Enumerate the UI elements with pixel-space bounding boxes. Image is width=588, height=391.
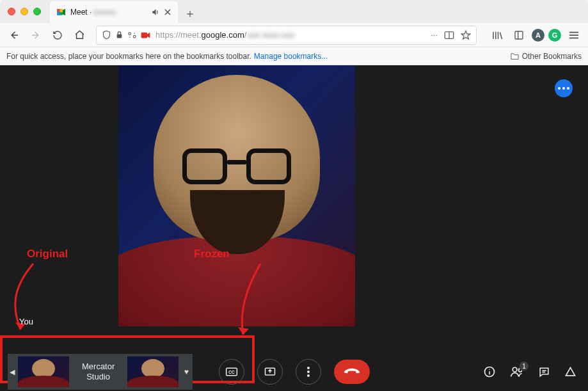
minimize-window-button[interactable]	[20, 8, 28, 15]
meet-more-options-button[interactable]	[555, 79, 573, 97]
tab-close-button[interactable]	[164, 8, 171, 16]
address-bar[interactable]: https://meet.google.com/xxx-xxxx-xxx ···	[96, 26, 477, 45]
tab-audio-icon[interactable]	[151, 8, 160, 17]
page-actions-icon[interactable]: ···	[431, 30, 438, 40]
svg-point-31	[307, 374, 310, 377]
svg-point-41	[569, 375, 571, 376]
people-panel-button[interactable]: 1	[510, 366, 524, 378]
sidebar-toggle-icon[interactable]	[510, 26, 528, 44]
self-video-label: You	[19, 317, 33, 326]
svg-point-40	[568, 375, 569, 376]
svg-marker-4	[63, 9, 65, 16]
meet-bottom-bar: ◀ Mercator Studio ♥ CC	[0, 353, 588, 391]
other-bookmarks-button[interactable]: Other Bookmarks	[510, 52, 582, 61]
svg-point-42	[572, 375, 573, 376]
zoom-window-button[interactable]	[33, 8, 41, 15]
annotation-original-label: Original	[27, 248, 68, 260]
mercator-studio-panel[interactable]: ◀ Mercator Studio ♥	[8, 354, 193, 390]
svg-point-30	[307, 371, 310, 373]
home-button[interactable]	[70, 26, 88, 44]
account-button[interactable]: A	[532, 29, 544, 42]
grammarly-extension-icon[interactable]: G	[548, 29, 561, 42]
reader-mode-icon[interactable]	[444, 31, 454, 40]
svg-marker-39	[566, 367, 575, 376]
present-screen-button[interactable]	[257, 359, 283, 385]
window-titlebar: Meet ·xxxxxx ＋	[0, 0, 588, 23]
svg-point-35	[513, 367, 517, 372]
captions-button[interactable]: CC	[219, 359, 244, 385]
chat-panel-button[interactable]	[538, 366, 550, 378]
folder-icon	[510, 52, 520, 60]
thumbnail-frozen[interactable]	[127, 356, 179, 387]
reload-button[interactable]	[49, 26, 67, 44]
library-icon[interactable]	[488, 26, 506, 44]
svg-rect-10	[141, 32, 147, 38]
svg-line-18	[500, 32, 502, 39]
new-tab-button[interactable]: ＋	[180, 4, 200, 23]
bookmarks-bar: For quick access, place your bookmarks h…	[0, 47, 588, 65]
svg-text:CC: CC	[228, 370, 235, 374]
google-meet-icon	[56, 7, 67, 17]
participant-count-badge: 1	[519, 361, 529, 371]
annotation-arrow-frozen	[232, 260, 270, 344]
url-text: https://meet.google.com/xxx-xxxx-xxx	[155, 30, 425, 40]
forward-button	[27, 26, 45, 44]
meeting-details-button[interactable]	[483, 365, 496, 378]
back-button[interactable]	[5, 26, 23, 44]
shield-icon[interactable]	[102, 30, 111, 40]
svg-point-29	[307, 367, 310, 369]
annotation-frozen-label: Frozen	[194, 248, 230, 260]
window-controls	[8, 8, 41, 15]
panel-collapse-left-icon[interactable]: ◀	[8, 354, 17, 390]
svg-marker-14	[461, 31, 470, 39]
tab-title: Meet ·xxxxxx	[70, 8, 117, 17]
leave-call-button[interactable]	[334, 360, 370, 384]
activities-panel-button[interactable]	[564, 366, 576, 378]
svg-rect-3	[57, 9, 60, 12]
meet-viewport: Original Frozen You ◀ Mercator Studio	[0, 65, 588, 391]
svg-marker-25	[238, 327, 249, 335]
camera-indicator-icon[interactable]	[141, 31, 150, 39]
close-window-button[interactable]	[8, 8, 15, 15]
browser-toolbar: https://meet.google.com/xxx-xxxx-xxx ···…	[0, 23, 588, 47]
svg-rect-19	[515, 31, 523, 39]
svg-rect-5	[117, 34, 122, 38]
svg-point-34	[489, 369, 490, 370]
bookmark-star-icon[interactable]	[461, 30, 471, 40]
app-menu-button[interactable]	[565, 26, 583, 44]
panel-favorite-icon[interactable]: ♥	[180, 354, 193, 390]
more-actions-button[interactable]	[296, 359, 321, 385]
lock-icon[interactable]	[115, 31, 123, 39]
svg-marker-11	[147, 32, 150, 38]
call-controls: CC	[219, 359, 370, 385]
other-bookmarks-label: Other Bookmarks	[522, 52, 582, 61]
svg-point-6	[129, 32, 131, 35]
browser-tab[interactable]: Meet ·xxxxxx	[50, 1, 178, 23]
manage-bookmarks-link[interactable]: Manage bookmarks...	[254, 52, 328, 61]
svg-point-7	[133, 35, 136, 38]
meet-info-panel-controls: 1	[483, 365, 576, 378]
bookmarks-hint-text: For quick access, place your bookmarks h…	[6, 52, 251, 61]
mercator-studio-label: Mercator Studio	[70, 362, 126, 381]
thumbnail-original[interactable]	[18, 356, 69, 387]
permissions-indicator-icon[interactable]	[127, 31, 137, 39]
